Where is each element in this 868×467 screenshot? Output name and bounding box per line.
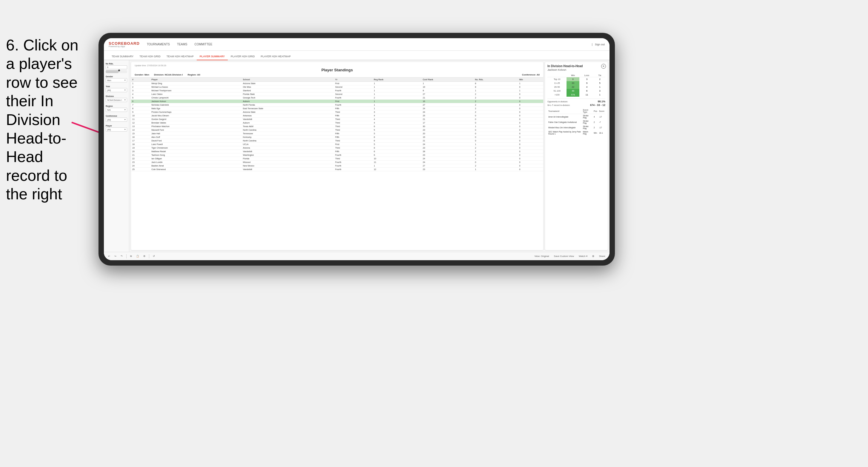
cell-rds: 0: [474, 135, 518, 139]
cell-yr: Third: [334, 128, 373, 132]
settings-button[interactable]: ⚙: [142, 254, 147, 258]
cell-player: Jack Lundin: [150, 160, 242, 164]
tab-team-summary[interactable]: TEAM SUMMARY: [108, 53, 136, 60]
cell-school: Vanderbilt: [242, 118, 334, 121]
table-row[interactable]: 22 Ian Gilligan Florida Third 10 24 1 0: [131, 157, 543, 160]
cell-school: Arizona: [242, 146, 334, 150]
redo2-button[interactable]: ↷: [119, 254, 124, 258]
layout-button[interactable]: ⊞: [591, 254, 595, 258]
cell-yr: Third: [334, 125, 373, 128]
table-row[interactable]: >100 578 11 1: [548, 93, 605, 97]
paste-button[interactable]: 📋: [135, 254, 140, 258]
division-section: Division NCAA Division I ▾: [106, 95, 127, 102]
cell-score: -7: [598, 119, 605, 125]
cell-win: 0: [518, 143, 543, 146]
table-row[interactable]: 8 Mats Ege East Tennessee State Fifth 1 …: [131, 107, 543, 111]
save-custom-button[interactable]: Save Custom View: [553, 254, 575, 258]
cell-yr: Second: [334, 85, 373, 89]
table-row[interactable]: 6 Jackson Koivun Auburn First 1 16 2 0: [131, 100, 543, 103]
table-row[interactable]: 4 Luke Claton Florida State Second 1 27 …: [131, 93, 543, 96]
player-select[interactable]: (All) ▾: [106, 127, 127, 132]
tab-team-h2h-grid[interactable]: TEAM H2H GRID: [136, 53, 163, 60]
sign-out-button[interactable]: Sign out: [595, 43, 605, 46]
copy-button[interactable]: ⧉: [129, 254, 133, 258]
tournament-row[interactable]: Fallon Oak Collegiate Invitational Strok…: [548, 119, 605, 125]
table-row[interactable]: 2 Michael La Sasso Ole Miss Second 1 19 …: [131, 85, 543, 89]
table-row[interactable]: 20 Matthew Riedel Vanderbilt Fifth 6 28 …: [131, 150, 543, 153]
cell-player: Cole Sherwood: [150, 168, 242, 171]
table-row[interactable]: 14 Maxwell Ford North Carolina Third 5 2…: [131, 128, 543, 132]
cell-reg: 1: [373, 82, 422, 85]
standings-title: Player Standings: [135, 68, 540, 72]
table-row[interactable]: 3 Michael Thorbjornsen Stanford Fourth 1…: [131, 89, 543, 93]
redo-button[interactable]: ↪: [113, 254, 118, 258]
cell-reg: 1: [373, 89, 422, 93]
division-select[interactable]: NCAA Division I ▾: [106, 98, 127, 102]
table-row[interactable]: 23 Jack Lundin Missouri Fourth 11 24 0 0: [131, 160, 543, 164]
table-row[interactable]: 12 Brendan Valdes Auburn Third 4 17 0 0: [131, 121, 543, 125]
no-rds-label: No Rds.: [106, 63, 127, 65]
table-row[interactable]: 16 Alex Goff Kentucky Fifth 8 19 0 0: [131, 135, 543, 139]
gender-select[interactable]: Men ▾: [106, 78, 127, 82]
table-row[interactable]: 5 Christo Lamprecht Georgia Tech Fourth …: [131, 96, 543, 100]
tournament-row[interactable]: Mirabel Maui Jim Intercollegiate Stroke …: [548, 125, 605, 130]
loss-cell: 4: [579, 85, 594, 89]
cell-conf: 17: [422, 121, 474, 125]
table-row[interactable]: 25 Cole Sherwood Vanderbilt Fourth 12 23…: [131, 168, 543, 171]
cell-score: 18-1: [598, 130, 605, 135]
cell-num: 24: [131, 164, 150, 168]
table-row[interactable]: 11-25 20 9 5: [548, 81, 605, 85]
cell-reg: 1: [373, 100, 422, 103]
table-row[interactable]: 13 Phichaksn Maichon Texas A&M Third 6 3…: [131, 125, 543, 128]
nav-committee[interactable]: COMMITTEE: [194, 41, 212, 47]
table-row[interactable]: 10 Jacob Mou-Olesen Arkansas Fifth 4 25 …: [131, 114, 543, 118]
region-label: Region: [106, 105, 127, 107]
table-row[interactable]: 51-100 46 6 3: [548, 89, 605, 93]
table-row[interactable]: 21 Taehoon Song Washington Fourth 6 23 2…: [131, 153, 543, 157]
undo-button[interactable]: ↩: [107, 254, 111, 258]
table-row[interactable]: 11 Gordon Sargent Vanderbilt Third 4 21 …: [131, 118, 543, 121]
cell-win: 0: [518, 153, 543, 157]
table-row[interactable]: 9 Preston Summerhays Arizona State Third…: [131, 111, 543, 114]
h2h-close-button[interactable]: ✕: [601, 64, 606, 69]
tournament-row[interactable]: Amer Ari Intercollegiate Stroke Play 4 -…: [548, 114, 605, 120]
tab-player-h2h-grid[interactable]: PLAYER H2H GRID: [228, 53, 257, 60]
table-row[interactable]: 24 Bastien Amat New Mexico Fourth 1 27 2…: [131, 164, 543, 168]
table-row[interactable]: 7 Nicholas Gabrelcik North Florida Fourt…: [131, 103, 543, 107]
table-row[interactable]: 26-50 22 4 1: [548, 85, 605, 89]
cell-reg: 12: [373, 168, 422, 171]
nav-teams[interactable]: TEAMS: [177, 41, 187, 47]
cell-player: Christo Lamprecht: [150, 96, 242, 100]
cell-num: 20: [131, 150, 150, 153]
nav-tournaments[interactable]: TOURNAMENTS: [147, 41, 170, 47]
standings-area: Update time: 27/05/2024 16:56:26 Player …: [131, 62, 543, 250]
win-cell: 8: [566, 77, 579, 82]
year-label: Year: [106, 85, 127, 87]
share-button[interactable]: Share: [598, 254, 607, 258]
table-row[interactable]: 19 Tiger Christensen Arizona Third 8 23 …: [131, 146, 543, 150]
tab-player-h2h-heatmap[interactable]: PLAYER H2H HEATMAP: [257, 53, 294, 60]
cell-reg: 4: [373, 114, 422, 118]
table-row[interactable]: Top 10 8 3 2: [548, 77, 605, 82]
tournament-row[interactable]: SEC Match Play hosted by Jerry Pate Roun…: [548, 130, 605, 135]
tab-player-summary[interactable]: PLAYER SUMMARY: [197, 53, 228, 60]
year-select[interactable]: (All) ▾: [106, 88, 127, 92]
watch-button[interactable]: Watch ▾: [578, 254, 589, 258]
table-row[interactable]: 17 David Ford North Carolina Third 6 21 …: [131, 139, 543, 143]
cell-rds: 0: [474, 132, 518, 135]
cell-win: 0: [518, 157, 543, 160]
h2h-col-loss: Loss: [579, 74, 594, 77]
cell-score: -17: [598, 125, 605, 130]
conference-select[interactable]: (All) ▾: [106, 118, 127, 122]
tab-team-h2h-heatmap[interactable]: TEAM H2H HEATMAP: [163, 53, 197, 60]
table-row[interactable]: 15 Jake Hall Tennessee Fifth 5 20 0 0: [131, 132, 543, 135]
table-row[interactable]: 1 Wenyi Ding Arizona State First 1 1 8 1: [131, 82, 543, 85]
range-label: Top 10: [548, 77, 566, 82]
refresh-button[interactable]: ↺: [152, 254, 156, 258]
cell-reg: 4: [373, 118, 422, 121]
cell-reg: 2: [373, 96, 422, 100]
h2h-col-win: Win: [566, 74, 579, 77]
table-row[interactable]: 18 Luke Powell UCLA First 5 24 1 0: [131, 143, 543, 146]
view-original-button[interactable]: View: Original: [533, 254, 550, 258]
region-select[interactable]: N/A ▾: [106, 108, 127, 112]
